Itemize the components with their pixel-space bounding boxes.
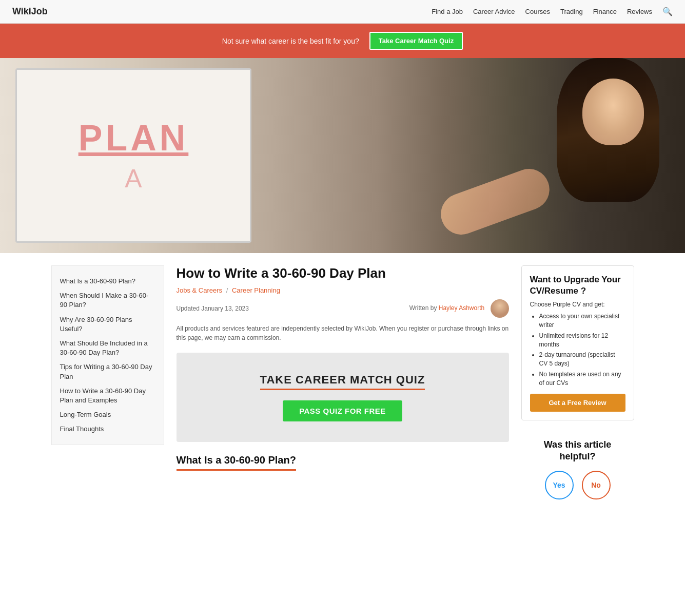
author-link[interactable]: Hayley Ashworth (439, 304, 484, 312)
toc-item-2[interactable]: When Should I Make a 30-60-90 Plan? (60, 288, 155, 312)
free-review-button[interactable]: Get a Free Review (530, 394, 625, 412)
cv-feature-3: 2-day turnaround (specialist CV 5 days) (539, 351, 625, 368)
quiz-box-title: TAKE CAREER MATCH QUIZ (260, 373, 425, 390)
nav-courses[interactable]: Courses (525, 8, 550, 15)
plan-subtext: A (79, 164, 189, 194)
toc-item-6[interactable]: How to Write a 30-60-90 Day Plan and Exa… (60, 384, 155, 408)
whiteboard-content: PLAN A (79, 118, 189, 194)
article-author-area: Written by Hayley Ashworth (409, 299, 509, 318)
hero-inner: PLAN A (0, 58, 685, 253)
helpful-box: Was this article helpful? Yes No (521, 431, 634, 508)
article-disclaimer: All products and services featured are i… (177, 324, 509, 342)
breadcrumb: Jobs & Careers / Career Planning (177, 286, 509, 294)
site-logo[interactable]: WikiJob (12, 6, 48, 17)
toc-item-5[interactable]: Tips for Writing a 30-60-90 Day Plan (60, 360, 155, 383)
written-by-label: Written by (409, 304, 437, 312)
cv-feature-2: Unlimited revisions for 12 months (539, 332, 625, 349)
main-content: What Is a 30-60-90 Plan? When Should I M… (35, 253, 651, 520)
person-arm (435, 163, 555, 240)
nav-reviews[interactable]: Reviews (627, 8, 652, 15)
helpful-buttons: Yes No (530, 471, 626, 499)
nav-trading[interactable]: Trading (560, 8, 583, 15)
cv-feature-4: No templates are used on any of our CVs (539, 370, 625, 388)
pass-quiz-button[interactable]: PASS QUIZ FOR FREE (283, 400, 402, 421)
toc-item-4[interactable]: What Should Be Included in a 30-60-90 Da… (60, 336, 155, 360)
toc-item-1[interactable]: What Is a 30-60-90 Plan? (60, 274, 155, 288)
section-heading-1: What Is a 30-60-90 Plan? (177, 454, 296, 471)
banner-text: Not sure what career is the best fit for… (222, 37, 359, 45)
table-of-contents: What Is a 30-60-90 Plan? When Should I M… (51, 265, 164, 445)
cv-features-list: Access to your own specialist writer Unl… (530, 312, 625, 387)
quiz-box: TAKE CAREER MATCH QUIZ PASS QUIZ FOR FRE… (177, 353, 509, 442)
nav-career-advice[interactable]: Career Advice (473, 8, 515, 15)
toc-item-8[interactable]: Final Thoughts (60, 422, 155, 436)
promo-banner: Not sure what career is the best fit for… (0, 24, 685, 58)
nav-find-job[interactable]: Find a Job (432, 8, 463, 15)
cv-feature-1: Access to your own specialist writer (539, 312, 625, 330)
helpful-yes-button[interactable]: Yes (545, 471, 574, 499)
avatar (491, 299, 509, 318)
search-icon[interactable]: 🔍 (662, 7, 673, 16)
breadcrumb-separator: / (226, 286, 228, 294)
nav-finance[interactable]: Finance (593, 8, 617, 15)
nav-links: Find a Job Career Advice Courses Trading… (432, 7, 673, 16)
toc-item-7[interactable]: Long-Term Goals (60, 408, 155, 422)
article-updated: Updated January 13, 2023 (177, 305, 249, 312)
hero-image: PLAN A (0, 58, 685, 253)
avatar-image (491, 299, 509, 318)
person-figure (428, 58, 685, 253)
breadcrumb-career[interactable]: Career Planning (232, 286, 280, 294)
toc-item-3[interactable]: Why Are 30-60-90 Plans Useful? (60, 313, 155, 336)
plan-text: PLAN (79, 118, 189, 159)
breadcrumb-jobs[interactable]: Jobs & Careers (177, 286, 223, 294)
article-title: How to Write a 30-60-90 Day Plan (177, 265, 509, 281)
cv-box-title: Want to Upgrade Your CV/Resume ? (530, 274, 625, 297)
whiteboard: PLAN A (15, 68, 251, 243)
cv-upgrade-box: Want to Upgrade Your CV/Resume ? Choose … (521, 265, 634, 420)
right-sidebar: Want to Upgrade Your CV/Resume ? Choose … (521, 265, 634, 508)
article-body: How to Write a 30-60-90 Day Plan Jobs & … (177, 265, 509, 508)
article-meta: Updated January 13, 2023 Written by Hayl… (177, 299, 509, 318)
helpful-no-button[interactable]: No (582, 471, 611, 499)
person-face (582, 79, 644, 145)
take-quiz-button[interactable]: Take Career Match Quiz (369, 32, 463, 50)
cv-choose-text: Choose Purple CV and get: (530, 301, 625, 308)
navbar: WikiJob Find a Job Career Advice Courses… (0, 0, 685, 24)
helpful-title: Was this article helpful? (530, 439, 626, 463)
